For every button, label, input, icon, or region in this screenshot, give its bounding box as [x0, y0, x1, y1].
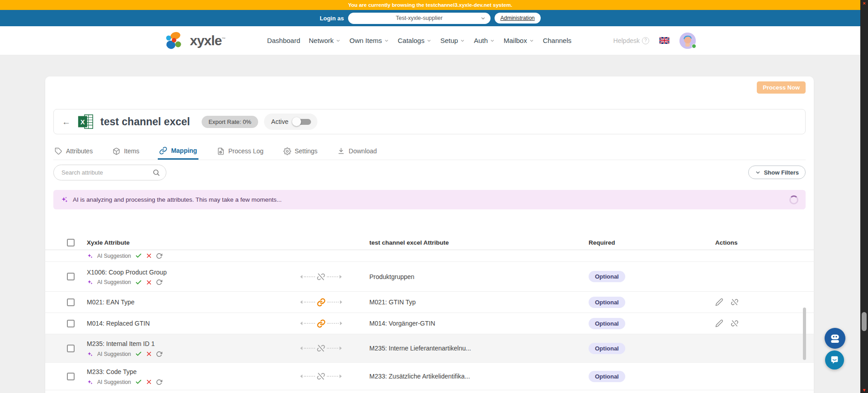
- page: You are currently browsing the testchann…: [0, 0, 860, 393]
- ai-accept-icon[interactable]: [135, 252, 142, 259]
- unlink-action-icon[interactable]: [731, 298, 739, 306]
- ai-accept-icon[interactable]: [135, 279, 142, 286]
- unlink-action-icon[interactable]: [731, 319, 739, 327]
- tab-items[interactable]: Items: [111, 142, 141, 160]
- tab-process-log[interactable]: Process Log: [216, 142, 265, 160]
- mapping-status: [289, 319, 353, 328]
- nav-dashboard[interactable]: Dashboard: [267, 37, 300, 44]
- ai-regenerate-icon[interactable]: [156, 351, 162, 357]
- excel-file-icon: X: [77, 113, 94, 130]
- system-banner: You are currently browsing the testchann…: [0, 0, 860, 10]
- ai-reject-icon[interactable]: [146, 279, 152, 285]
- row-checkbox[interactable]: [67, 345, 75, 352]
- header-channel-attribute: test channel excel Attribute: [353, 239, 589, 246]
- table-row: M014: Replaced GTIN M014: Vorgänger-GTIN…: [45, 313, 814, 334]
- scrollbar-thumb[interactable]: [862, 312, 867, 331]
- tab-attributes[interactable]: Attributes: [53, 142, 94, 160]
- tab-settings[interactable]: Settings: [282, 142, 319, 160]
- ai-reject-icon[interactable]: [146, 351, 152, 357]
- helpdesk-link[interactable]: Helpdesk ?: [613, 37, 649, 44]
- tab-download[interactable]: Download: [336, 142, 378, 160]
- nav-network[interactable]: Network: [309, 37, 341, 44]
- nav-auth[interactable]: Auth: [474, 37, 495, 44]
- ai-accept-icon[interactable]: [135, 379, 142, 385]
- active-toggle-group: Active: [264, 114, 317, 130]
- chevron-down-icon: [460, 38, 465, 43]
- row-checkbox[interactable]: [67, 373, 75, 380]
- user-avatar[interactable]: [679, 33, 696, 49]
- ai-suggestion: AI Suggestion: [87, 379, 289, 385]
- main-content: Process Now ← X test channel excel Expor…: [0, 55, 860, 393]
- process-now-button[interactable]: Process Now: [757, 81, 806, 94]
- back-arrow-icon[interactable]: ←: [62, 118, 71, 126]
- attribute-search[interactable]: [53, 165, 166, 180]
- chat-widget-button[interactable]: [825, 350, 844, 369]
- xyxle-attribute-name: M235: Internal Item ID 1: [87, 339, 289, 348]
- ai-assistant-button[interactable]: [825, 328, 845, 349]
- help-icon: ?: [642, 37, 649, 44]
- login-as-label: Login as: [320, 15, 344, 22]
- export-rate-badge: Export Rate: 0%: [202, 116, 258, 128]
- row-checkbox[interactable]: [67, 273, 75, 280]
- login-as-bar: Login as Test-xyxle-supplier Administrat…: [0, 10, 860, 26]
- search-input[interactable]: [61, 169, 152, 176]
- chevron-down-icon: [426, 38, 432, 43]
- ai-regenerate-icon[interactable]: [156, 253, 162, 259]
- row-checkbox[interactable]: [67, 320, 75, 327]
- nav-own-items[interactable]: Own Items: [349, 37, 389, 44]
- channel-tabs: Attributes Items Mapping Process Log Set…: [53, 142, 806, 160]
- active-toggle[interactable]: [292, 117, 313, 127]
- ai-processing-banner: AI is analyzing and processing the attri…: [53, 190, 806, 209]
- edit-mapping-icon[interactable]: [715, 319, 723, 327]
- channel-attribute-name: Produktgruppen: [353, 273, 589, 280]
- ai-sparkle-icon: [87, 379, 93, 385]
- mapping-status: [289, 372, 353, 381]
- search-icon[interactable]: [152, 169, 160, 176]
- app-header: xyxle™ Dashboard Network Own Items Catal…: [0, 26, 860, 55]
- ai-accept-icon[interactable]: [135, 350, 142, 357]
- chevron-down-icon: [384, 38, 389, 43]
- row-checkbox[interactable]: [67, 298, 75, 306]
- channel-title-bar: ← X test channel excel Export Rate: 0% A…: [53, 109, 806, 134]
- chevron-down-icon: [529, 38, 534, 43]
- nav-catalogs[interactable]: Catalogs: [398, 37, 432, 44]
- link-icon: [316, 298, 326, 307]
- unlink-icon: [316, 344, 326, 353]
- nav-channels[interactable]: Channels: [543, 37, 571, 44]
- xyxle-attribute-name: X1006: Coop Product Group: [87, 268, 289, 277]
- main-nav: Dashboard Network Own Items Catalogs Set…: [267, 37, 571, 44]
- package-icon: [113, 147, 120, 155]
- ai-regenerate-icon[interactable]: [156, 279, 162, 285]
- required-badge: Optional: [589, 271, 625, 282]
- select-all-checkbox[interactable]: [67, 239, 75, 246]
- table-row: X1006: Coop Product Group AI Suggestion: [45, 262, 814, 292]
- ai-regenerate-icon[interactable]: [156, 379, 162, 385]
- table-scrollbar-thumb[interactable]: [803, 308, 806, 360]
- nav-mailbox[interactable]: Mailbox: [504, 37, 534, 44]
- language-flag-icon[interactable]: [659, 37, 670, 44]
- browser-scrollbar[interactable]: × ▼: [860, 0, 868, 393]
- ai-sparkle-icon: [87, 279, 93, 285]
- ai-sparkle-icon: [87, 351, 93, 357]
- nav-setup[interactable]: Setup: [440, 37, 465, 44]
- channel-attribute-name: M014: Vorgänger-GTIN: [353, 320, 589, 327]
- xyxle-attribute-name: M233: Code Type: [87, 367, 289, 376]
- download-icon: [337, 147, 345, 155]
- header-required: Required: [589, 239, 715, 246]
- tab-mapping[interactable]: Mapping: [158, 142, 198, 160]
- link-icon: [316, 319, 326, 328]
- loading-spinner-icon: [789, 195, 798, 204]
- ai-reject-icon[interactable]: [146, 253, 152, 259]
- administration-button[interactable]: Administration: [495, 13, 541, 24]
- ai-reject-icon[interactable]: [146, 379, 152, 385]
- scroll-marker-bottom-icon: ▼: [860, 388, 868, 393]
- xyxle-logo[interactable]: xyxle™: [165, 31, 225, 50]
- mapping-status: [289, 272, 353, 281]
- show-filters-button[interactable]: Show Filters: [748, 166, 806, 179]
- table-header-row: Xyxle Attribute test channel excel Attri…: [45, 235, 814, 250]
- edit-mapping-icon[interactable]: [715, 298, 723, 306]
- supplier-select[interactable]: Test-xyxle-supplier: [348, 13, 491, 24]
- chat-bubble-icon: [830, 355, 840, 365]
- link-icon: [159, 147, 167, 155]
- channel-attribute-name: M233: Zusätzliche Artikelidentifika...: [353, 373, 589, 380]
